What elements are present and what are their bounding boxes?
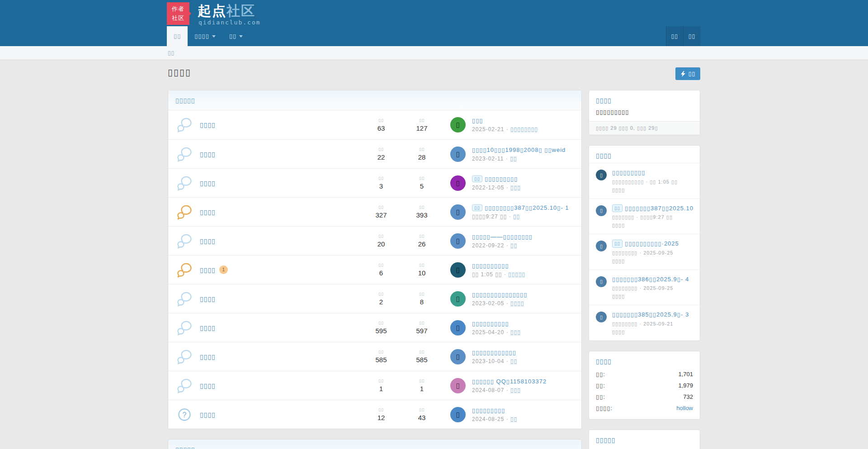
last-post-author-link[interactable]: ▯▯▯ (510, 329, 521, 336)
latest-post-item: ▯▯▯▯▯▯▯▯385▯▯2025.9▯- 3▯▯▯▯▯▯▯▯ · 2025-0… (589, 305, 700, 340)
site-stat-link[interactable]: hollow (676, 405, 693, 411)
stat-topics-value: 22 (361, 153, 401, 161)
online-panel-body: ▯▯▯▯▯▯▯▯▯ (589, 108, 700, 121)
stat-posts-value: 585 (401, 356, 442, 364)
last-post-meta: 2023-02-11 · ▯▯ (472, 156, 574, 162)
auth-button-0[interactable]: ▯▯ (666, 26, 683, 46)
stat-topics-label: ▯▯ (361, 118, 401, 123)
latest-post-category: ▯▯▯▯ (612, 258, 693, 264)
last-post-title[interactable]: ▯▯▯▯▯▯▯▯▯▯▯▯ (472, 349, 574, 356)
last-post-title[interactable]: ▯▯▯▯10▯▯▯1998▯2008▯ ▯▯weid (472, 147, 574, 153)
stat-posts-value: 5 (401, 182, 442, 190)
avatar[interactable]: ▯ (596, 312, 607, 322)
chat-bubbles-icon (175, 116, 193, 134)
latest-post-title[interactable]: ▯▯▯▯▯▯▯386▯▯2025.9▯- 4 (612, 275, 693, 284)
forum-name-link[interactable]: ▯▯▯▯ (200, 324, 216, 331)
last-post-title[interactable]: ▯▯▯ (472, 117, 574, 124)
last-post-title[interactable]: ▯▯▯▯▯▯▯▯▯▯ (472, 320, 574, 327)
chat-bubbles-icon (175, 145, 193, 163)
avatar[interactable]: ▯ (450, 117, 466, 132)
avatar[interactable]: ▯ (596, 276, 607, 287)
avatar[interactable]: ▯ (450, 175, 466, 191)
last-post-title[interactable]: ▯▯▯▯▯——▯▯▯▯▯▯▯▯ (472, 233, 574, 240)
avatar[interactable]: ▯ (450, 320, 466, 336)
last-post-author-link[interactable]: ▯▯▯▯▯▯▯▯ (510, 126, 538, 132)
avatar[interactable]: ▯ (450, 349, 466, 364)
forum-name-link[interactable]: ▯▯▯▯ (200, 266, 216, 274)
forum-name-wrap: ▯▯▯▯ (200, 151, 361, 158)
last-post-title[interactable]: ▯▯▯▯▯▯▯▯▯ (472, 407, 574, 414)
avatar[interactable]: ▯ (450, 147, 466, 162)
page-title: ▯▯▯▯ (168, 67, 700, 78)
stat-posts: ▯▯43 (401, 407, 442, 421)
avatar[interactable]: ▯ (596, 170, 607, 180)
share-panel-header: ▯▯▯▯▯ (589, 430, 700, 447)
latest-post-title[interactable]: ▯▯▯▯▯▯▯▯▯ (612, 169, 693, 177)
last-post-title[interactable]: ▯▯▯▯▯▯▯▯▯▯▯▯▯▯▯ (472, 291, 574, 298)
auth-button-1[interactable]: ▯▯ (683, 26, 700, 46)
forum-row: ▯▯▯▯1▯▯6▯▯10▯▯▯▯▯▯▯▯▯▯▯▯▯ 1:05 ▯▯ · ▯▯▯▯… (168, 255, 581, 284)
forum-row: ▯▯▯▯▯▯63▯▯127▯▯▯▯2025-02-21 · ▯▯▯▯▯▯▯▯ (168, 110, 581, 139)
avatar[interactable]: ▯ (450, 204, 466, 220)
avatar[interactable]: ▯ (450, 262, 466, 278)
stat-topics-value: 6 (361, 269, 401, 277)
stat-topics-value: 1 (361, 385, 401, 392)
latest-post-meta: ▯▯▯▯▯▯▯▯▯▯ · ▯▯ 1:05 ▯▯ (612, 179, 693, 185)
stat-topics-label: ▯▯ (361, 147, 401, 151)
nav-tab-1[interactable]: ▯▯▯▯ (188, 26, 222, 46)
category-badge: ▯▯ (472, 204, 482, 211)
latest-post-title[interactable]: ▯▯▯▯▯▯▯▯▯387▯▯2025.10▯- 1 (612, 204, 693, 213)
forum-name-link[interactable]: ▯▯▯▯ (200, 353, 216, 360)
forum-name-link[interactable]: ▯▯▯▯ (200, 121, 216, 128)
last-post-title[interactable]: ▯▯▯▯▯▯▯▯▯▯▯ (472, 175, 574, 182)
avatar[interactable]: ▯ (450, 291, 466, 307)
breadcrumb[interactable]: ▯▯ (168, 50, 175, 56)
forum-name-link[interactable]: ▯▯▯▯ (200, 180, 216, 187)
stat-topics: ▯▯595 (361, 321, 401, 335)
last-post-meta: 2025-02-21 · ▯▯▯▯▯▯▯▯ (472, 126, 574, 132)
forum-name-link[interactable]: ▯▯▯▯ (200, 411, 216, 418)
nav-tab-label: ▯▯ (229, 26, 236, 46)
stat-posts-label: ▯▯ (401, 321, 442, 325)
site-logo[interactable]: 起点社区 (198, 2, 255, 20)
last-post-author-link[interactable]: ▯▯ (510, 358, 517, 364)
stat-posts-value: 1 (401, 385, 442, 392)
forum-name-wrap: ▯▯▯▯ (200, 180, 361, 187)
forum-name-link[interactable]: ▯▯▯▯ (200, 237, 216, 245)
latest-post-title[interactable]: ▯▯▯▯▯▯▯▯▯▯▯▯·2025 (612, 240, 693, 248)
forum-row: ▯▯▯▯▯▯2▯▯8▯▯▯▯▯▯▯▯▯▯▯▯▯▯▯▯2023-02-05 · ▯… (168, 284, 581, 313)
forum-name-link[interactable]: ▯▯▯▯ (200, 295, 216, 302)
latest-post-body: ▯▯▯▯▯▯▯▯▯▯▯▯▯▯▯▯▯▯▯ · ▯▯ 1:05 ▯▯▯▯▯▯ (612, 169, 693, 193)
forum-name-link[interactable]: ▯▯▯▯ (200, 382, 216, 389)
last-post-title[interactable]: ▯▯▯▯▯▯▯▯▯▯ (472, 262, 574, 269)
last-post-author-link[interactable]: ▯▯ (510, 242, 517, 249)
last-post-author-link[interactable]: ▯▯ (513, 213, 520, 220)
last-post-author-link[interactable]: ▯▯▯▯▯ (508, 271, 525, 278)
forum-row: ▯▯▯▯▯▯22▯▯28▯▯▯▯▯10▯▯▯1998▯2008▯ ▯▯weid2… (168, 139, 581, 168)
last-post-author-link[interactable]: ▯▯ (510, 416, 517, 422)
avatar[interactable]: ▯ (596, 205, 607, 216)
post-button[interactable]: ▯▯ (675, 67, 700, 80)
stat-topics-value: 327 (361, 211, 401, 219)
avatar[interactable]: ▯ (450, 378, 466, 393)
last-post: ▯▯▯▯▯▯▯▯▯▯▯▯▯▯▯2023-02-05 · ▯▯▯▯ (472, 291, 574, 307)
last-post-title[interactable]: ▯▯▯▯▯▯▯▯▯▯387▯▯2025.10▯- 1 (472, 204, 574, 211)
stat-topics: ▯▯20 (361, 234, 401, 248)
last-post-author-link[interactable]: ▯▯ (510, 156, 517, 162)
stat-posts: ▯▯1 (401, 378, 442, 392)
last-post-meta: 2025-04-20 · ▯▯▯ (472, 329, 574, 336)
forum-name-link[interactable]: ▯▯▯▯ (200, 208, 216, 216)
last-post-author-link[interactable]: ▯▯▯ (510, 184, 521, 191)
nav-tab-2[interactable]: ▯▯ (222, 26, 250, 46)
last-post-title[interactable]: ▯▯▯▯▯▯ QQ▯1158103372 (472, 378, 574, 385)
nav-tab-0[interactable]: ▯▯ (167, 26, 188, 46)
avatar[interactable]: ▯ (596, 241, 607, 251)
avatar[interactable]: ▯ (450, 233, 466, 249)
avatar[interactable]: ▯ (450, 407, 466, 422)
stat-topics: ▯▯585 (361, 350, 401, 364)
forum-name-link[interactable]: ▯▯▯▯ (200, 151, 216, 158)
last-post-author-link[interactable]: ▯▯▯▯ (510, 300, 524, 307)
latest-post-title[interactable]: ▯▯▯▯▯▯▯385▯▯2025.9▯- 3 (612, 311, 693, 319)
site-stat-value: 1,701 (678, 371, 693, 378)
last-post-author-link[interactable]: ▯▯▯ (510, 387, 521, 393)
